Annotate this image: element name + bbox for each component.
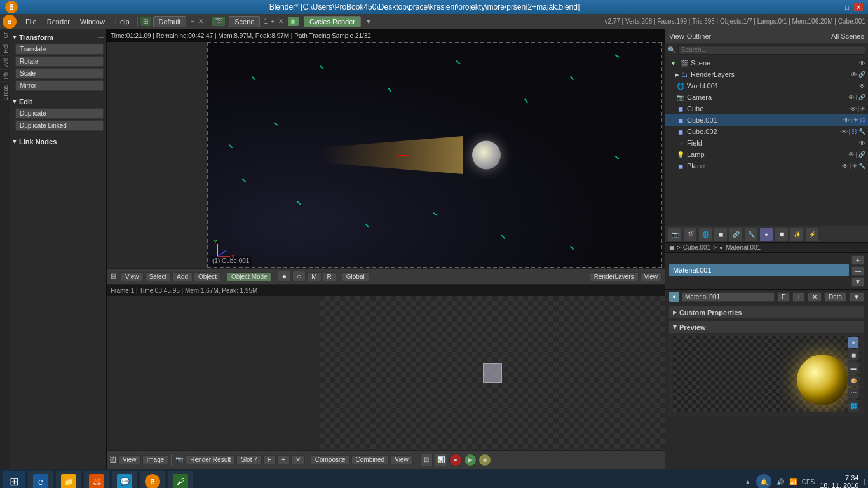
world-visibility-icon[interactable]: 👁 xyxy=(859,83,865,90)
show-desktop-btn[interactable]: | xyxy=(864,478,865,485)
breadcrumb-material[interactable]: Material.001 xyxy=(726,244,761,251)
translate-button[interactable]: Translate xyxy=(15,44,104,55)
bottom-image-btn[interactable]: Image xyxy=(142,455,169,464)
outliner-item-camera[interactable]: 📷 Camera 👁 | 🔗 xyxy=(665,92,868,103)
menu-render[interactable]: Render xyxy=(42,17,75,27)
cube001-visibility-icon[interactable]: 👁 xyxy=(843,117,850,124)
outliner-item-field[interactable]: → Field 👁 xyxy=(665,137,868,149)
shading-mat-btn[interactable]: M xyxy=(307,272,321,281)
rotate-button[interactable]: Rotate xyxy=(15,56,104,67)
window-controls[interactable]: — □ ✕ xyxy=(831,3,863,11)
outliner-item-plane[interactable]: ◼ Plane 👁 | ✳ 🔧 xyxy=(665,160,868,172)
prop-modifier-btn[interactable]: 🔧 xyxy=(744,227,758,241)
prop-texture-btn[interactable]: 🔲 xyxy=(775,227,789,241)
scene-selector[interactable]: Scene xyxy=(229,16,260,27)
preview-monkey-btn[interactable]: 🐵 xyxy=(848,375,859,386)
custom-properties-header[interactable]: ▸ Custom Properties — xyxy=(669,306,864,318)
add-workspace-icon[interactable]: + xyxy=(189,18,196,25)
menu-help[interactable]: Help xyxy=(110,17,135,27)
volume-icon[interactable]: 🔊 xyxy=(776,478,784,485)
add-menu-button[interactable]: Add xyxy=(172,272,193,281)
taskbar-firefox[interactable]: 🦊 xyxy=(84,471,109,488)
maximize-button[interactable]: □ xyxy=(843,3,851,11)
prop-particles-btn[interactable]: ✨ xyxy=(790,227,804,241)
shading-solid-btn[interactable]: ● xyxy=(278,271,291,282)
close-scene-icon[interactable]: ✕ xyxy=(276,18,285,25)
menu-file[interactable]: File xyxy=(20,17,42,27)
start-button[interactable]: ⊞ xyxy=(3,471,25,488)
mode-selector[interactable]: Object Mode xyxy=(227,272,272,281)
taskbar-skype[interactable]: 💬 xyxy=(112,471,137,488)
link-nodes-section-header[interactable]: ▾ Link Nodes — xyxy=(13,136,104,147)
material-add-btn[interactable]: + xyxy=(792,292,805,302)
zoom-fit-btn[interactable]: ⊡ xyxy=(420,454,433,466)
renderlayers-btn[interactable]: RenderLayers xyxy=(590,272,639,281)
outliner-view-btn[interactable]: View xyxy=(669,32,684,40)
lamp-visibility-icon[interactable]: 👁 xyxy=(848,151,855,158)
play-btn[interactable]: ▶ xyxy=(464,454,477,466)
object-menu-button[interactable]: Object xyxy=(194,272,221,281)
close-button[interactable]: ✕ xyxy=(854,3,863,11)
f-btn[interactable]: F xyxy=(263,455,276,464)
prop-scene-btn[interactable]: 🎬 xyxy=(683,227,697,241)
mirror-button[interactable]: Mirror xyxy=(15,80,104,91)
remove-slot-btn[interactable]: ✕ xyxy=(291,455,305,464)
material-f-btn[interactable]: F xyxy=(777,292,790,302)
slot-selector[interactable]: Slot 7 xyxy=(236,455,262,464)
network-icon[interactable]: 📶 xyxy=(789,478,797,485)
add-slot-btn[interactable]: + xyxy=(277,455,290,464)
sidebar-tab-ani[interactable]: Ani xyxy=(0,55,10,69)
breadcrumb-cube[interactable]: Cube.001 xyxy=(683,244,710,251)
scene-visibility-icon[interactable]: 👁 xyxy=(859,60,865,67)
menu-window[interactable]: Window xyxy=(75,17,110,27)
preview-cube-btn[interactable]: ◼ xyxy=(848,349,859,361)
field-visibility-icon[interactable]: 👁 xyxy=(859,140,865,147)
transform-section-header[interactable]: ▾ Transform — xyxy=(13,32,104,43)
material-data-dropdown[interactable]: ▼ xyxy=(849,292,864,302)
render-engine-selector[interactable]: Cycles Render xyxy=(304,16,361,27)
preview-hair-btn[interactable]: 〰 xyxy=(848,388,859,399)
outliner-search-icon[interactable]: 🔍 xyxy=(668,46,675,53)
render-engine-dropdown[interactable]: ▼ xyxy=(363,18,374,25)
prop-object-btn[interactable]: ◼ xyxy=(714,227,728,241)
workspace-selector[interactable]: Default xyxy=(153,16,187,27)
camera-visibility-icon[interactable]: 👁 xyxy=(848,94,855,101)
prop-physics-btn[interactable]: ⚡ xyxy=(805,227,819,241)
color-scope-btn[interactable]: 📊 xyxy=(435,454,447,466)
sidebar-tab-greas[interactable]: Greas xyxy=(0,82,10,104)
sidebar-tab-rel[interactable]: Rel xyxy=(0,41,10,56)
outliner-item-lamp[interactable]: 💡 Lamp 👁 | 🔗 xyxy=(665,149,868,160)
plane-visibility-icon[interactable]: 👁 xyxy=(842,163,848,170)
combined-btn[interactable]: Combined xyxy=(351,455,390,464)
add-scene-icon[interactable]: + xyxy=(269,18,276,25)
view-btn-right[interactable]: View xyxy=(640,272,663,281)
top-3d-viewport[interactable]: Time:01:21.09 | Remaining:00:42.47 | Mem… xyxy=(107,29,665,268)
rec-btn[interactable]: ● xyxy=(449,454,462,466)
outliner-item-scene[interactable]: ▾ 🎬 Scene 👁 xyxy=(665,57,868,69)
preview-world-btn[interactable]: 🌐 xyxy=(848,400,859,412)
pivot-selector[interactable]: Global xyxy=(342,272,369,281)
taskbar-blender[interactable]: B xyxy=(140,471,165,488)
cube-visibility-icon[interactable]: 👁 xyxy=(850,105,857,112)
outliner-item-renderlayers[interactable]: ▸ 🗂 RenderLayers 👁 🔗 xyxy=(665,69,868,80)
stop-btn[interactable]: ■ xyxy=(478,454,491,466)
composite-btn[interactable]: Composite xyxy=(311,455,350,464)
cube002-visibility-icon[interactable]: 👁 xyxy=(841,128,848,135)
material-name-display[interactable]: Material.001 xyxy=(682,292,775,302)
bottom-view-btn[interactable]: View xyxy=(118,455,141,464)
render-source-selector[interactable]: Render Result xyxy=(186,455,235,464)
taskbar-ie[interactable]: e xyxy=(28,471,53,488)
sidebar-tab-cr[interactable]: Cr xyxy=(0,29,10,41)
duplicate-button[interactable]: Duplicate xyxy=(15,108,104,119)
display-mode-btn[interactable]: View xyxy=(390,455,413,464)
close-workspace-icon[interactable]: ✕ xyxy=(196,18,205,25)
select-menu-button[interactable]: Select xyxy=(145,272,172,281)
scale-button[interactable]: Scale xyxy=(15,68,104,79)
shading-render-btn[interactable]: R xyxy=(323,272,336,281)
preview-header[interactable]: ▾ Preview xyxy=(669,321,864,333)
edit-section-header[interactable]: ▾ Edit — xyxy=(13,96,104,107)
add-material-slot-btn[interactable]: + xyxy=(851,255,864,265)
material-data-btn[interactable]: Data xyxy=(824,292,846,302)
rl-visibility-icon[interactable]: 👁 xyxy=(851,71,857,78)
material-remove-btn[interactable]: ✕ xyxy=(808,292,822,302)
